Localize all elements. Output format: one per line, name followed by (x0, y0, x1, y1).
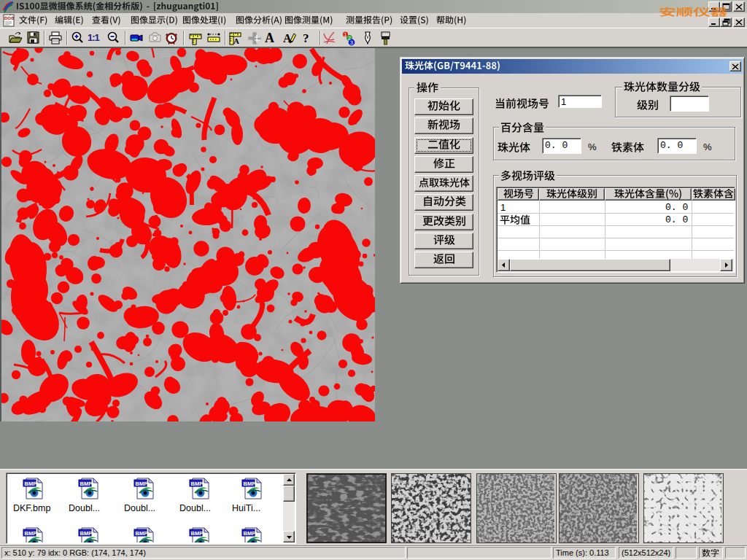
svg-text:BMP: BMP (80, 530, 93, 537)
svg-text:BMP: BMP (136, 481, 148, 487)
svg-text:BMP: BMP (25, 530, 37, 537)
svg-text:1:1: 1:1 (88, 32, 100, 43)
svg-text:BMP: BMP (25, 481, 37, 487)
svg-text:BMP: BMP (244, 530, 256, 537)
svg-text:BMP: BMP (80, 481, 93, 487)
svg-text:BMP: BMP (191, 530, 204, 537)
svg-text:BMP: BMP (136, 530, 148, 537)
svg-text:?: ? (303, 31, 309, 45)
svg-text:A: A (233, 36, 239, 45)
svg-text:BMP: BMP (191, 481, 204, 487)
svg-text:BMP: BMP (244, 481, 256, 487)
svg-text:DOC: DOC (4, 16, 15, 20)
svg-text:1: 1 (344, 32, 347, 37)
svg-text:3: 3 (350, 40, 353, 45)
svg-text:A: A (265, 31, 274, 45)
